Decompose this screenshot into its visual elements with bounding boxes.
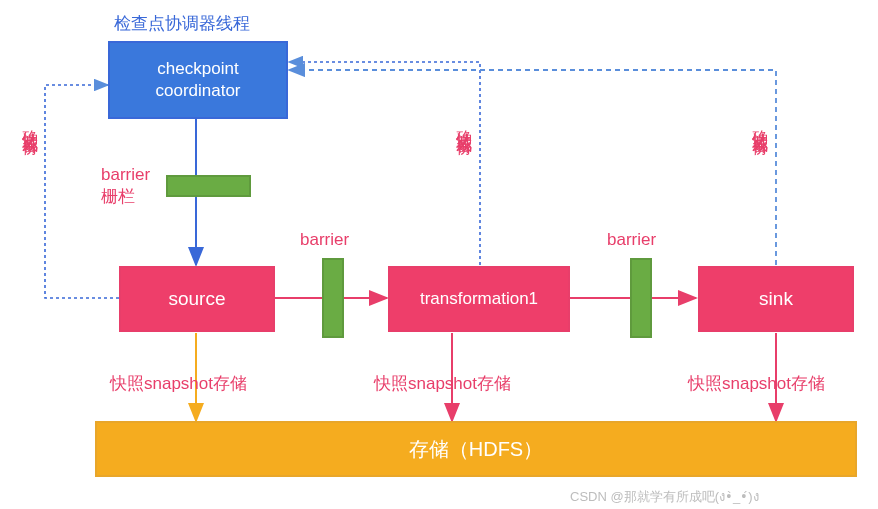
barrier-bar-1	[166, 175, 251, 197]
snapshot-label-3: 快照snapshot存储	[688, 372, 825, 395]
transformation-box: transformation1	[388, 266, 570, 332]
snapshot-label-1: 快照snapshot存储	[110, 372, 247, 395]
storage-box: 存储（HDFS）	[95, 421, 857, 477]
coord-line1: checkpoint	[155, 58, 240, 80]
barrier-label-2: barrier	[300, 230, 349, 250]
barrier-bar-2	[322, 258, 344, 338]
snapshot-label-2: 快照snapshot存储	[374, 372, 511, 395]
watermark: CSDN @那就学有所成吧(ง•̀_•́)ง	[570, 486, 759, 507]
ack-label-1: 确认完成备份	[19, 117, 40, 129]
coord-line2: coordinator	[155, 80, 240, 102]
barrier-label: barrier 栅栏	[101, 164, 150, 208]
barrier-label-3: barrier	[607, 230, 656, 250]
checkpoint-coordinator-box: checkpoint coordinator	[108, 41, 288, 119]
sink-box: sink	[698, 266, 854, 332]
diagram-title: 检查点协调器线程	[114, 12, 250, 35]
barrier-bar-3	[630, 258, 652, 338]
ack-label-2: 确认完成备份	[453, 117, 474, 129]
ack-label-3: 确认完成备份	[749, 117, 770, 129]
source-box: source	[119, 266, 275, 332]
